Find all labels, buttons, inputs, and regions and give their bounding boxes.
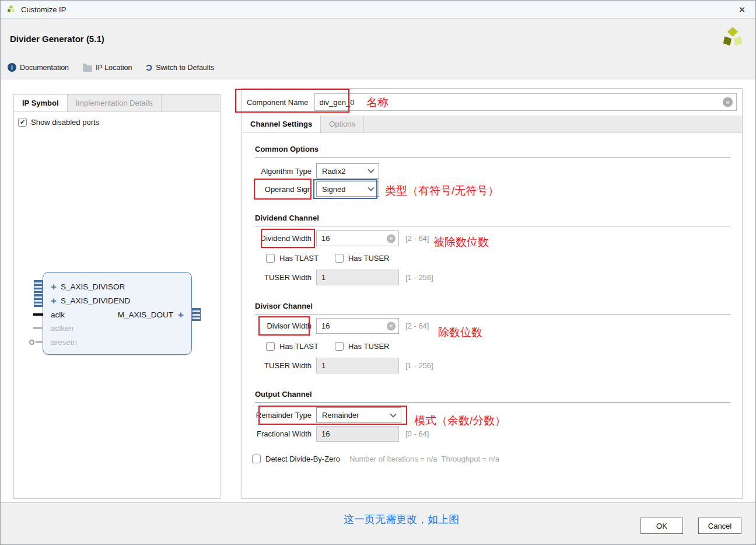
detect-divide-by-zero-label: Detect Divide-By-Zero bbox=[265, 455, 340, 463]
plus-icon[interactable]: + bbox=[51, 296, 57, 306]
settings-tab-bar: Channel Settings Options bbox=[242, 116, 742, 133]
customize-ip-dialog: Customize IP ✕ Divider Generator (5.1) i… bbox=[0, 0, 756, 545]
clear-icon[interactable]: ✕ bbox=[387, 234, 396, 243]
iterations-info: Number of Iterations = n/a Throughput = … bbox=[349, 455, 499, 463]
port-label: M_AXIS_DOUT bbox=[118, 310, 173, 319]
remainder-type-value: Remainder bbox=[322, 411, 359, 420]
dividend-has-tlast-checkbox[interactable] bbox=[266, 254, 275, 263]
dividend-tuser-width-input bbox=[316, 270, 399, 285]
divisor-width-row: Divisor Width ✕ [2 - 64] bbox=[255, 318, 429, 334]
folder-icon bbox=[83, 65, 92, 72]
has-tlast-label: Has TLAST bbox=[279, 342, 318, 351]
dividend-width-range: [2 - 64] bbox=[405, 234, 429, 243]
dividend-has-tuser-checkbox[interactable] bbox=[335, 254, 344, 263]
port-label: aclk bbox=[51, 310, 65, 319]
documentation-label: Documentation bbox=[20, 64, 69, 72]
divisor-width-wrap: ✕ bbox=[316, 318, 399, 334]
divisor-width-range: [2 - 64] bbox=[405, 322, 429, 330]
port-label: aclken bbox=[51, 324, 74, 333]
operand-sign-select[interactable]: Signed bbox=[316, 181, 379, 197]
section-title-common-options: Common Options bbox=[255, 145, 730, 158]
has-tuser-label: Has TUSER bbox=[348, 342, 390, 351]
detect-divide-by-zero-row: Detect Divide-By-Zero Number of Iteratio… bbox=[252, 455, 499, 463]
has-tlast-label: Has TLAST bbox=[279, 254, 318, 263]
section-title-dividend-channel: Dividend Channel bbox=[255, 214, 730, 226]
ip-location-button[interactable]: IP Location bbox=[83, 64, 132, 72]
divisor-has-tuser-checkbox[interactable] bbox=[335, 342, 344, 351]
channel-settings-form: Common Options Algorithm Type Radix2 Ope… bbox=[242, 133, 742, 499]
dividend-flags-row: Has TLAST Has TUSER bbox=[266, 254, 390, 263]
section-title-divisor-channel: Divisor Channel bbox=[255, 302, 730, 315]
tab-channel-settings[interactable]: Channel Settings bbox=[242, 116, 321, 132]
divisor-tuser-width-input bbox=[316, 358, 399, 373]
tuser-width-range: [1 - 256] bbox=[405, 273, 433, 282]
port-label: aresetn bbox=[51, 338, 77, 347]
algorithm-type-label: Algorithm Type bbox=[255, 167, 312, 176]
ip-symbol-body: ✔ Show disabled ports + S_AXIS_DIVISOR +… bbox=[14, 112, 220, 498]
component-name-wrap: ✕ bbox=[314, 93, 737, 111]
port-row: aclk M_AXIS_DOUT + bbox=[43, 308, 191, 322]
fractional-width-range: [0 - 64] bbox=[405, 429, 429, 438]
tab-ip-symbol[interactable]: IP Symbol bbox=[14, 95, 68, 111]
wire-stub-icon bbox=[36, 341, 43, 343]
chevron-down-icon bbox=[390, 411, 396, 417]
plus-icon[interactable]: + bbox=[51, 282, 57, 292]
bus-port-icon bbox=[192, 308, 201, 321]
tuser-width-label: TUSER Width bbox=[255, 273, 312, 282]
xilinx-logo bbox=[720, 26, 745, 50]
component-name-input[interactable] bbox=[314, 93, 737, 111]
tab-options[interactable]: Options bbox=[321, 116, 364, 132]
remainder-type-select[interactable]: Remainder bbox=[316, 407, 401, 423]
tab-implementation-details[interactable]: Implementation Details bbox=[68, 95, 162, 111]
ok-button[interactable]: OK bbox=[640, 518, 683, 534]
info-icon: i bbox=[8, 63, 16, 72]
divisor-has-tlast-checkbox[interactable] bbox=[266, 342, 275, 351]
port-row: + S_AXIS_DIVISOR bbox=[43, 280, 191, 294]
bus-port-icon bbox=[34, 294, 43, 307]
documentation-button[interactable]: i Documentation bbox=[8, 63, 69, 72]
clear-icon[interactable]: ✕ bbox=[723, 97, 733, 107]
title-bar: Customize IP ✕ bbox=[1, 1, 755, 19]
dialog-footer: 这一页无需更改，如上图 OK Cancel bbox=[1, 502, 755, 545]
fractional-width-row: Fractional Width [0 - 64] bbox=[255, 426, 429, 442]
switch-to-defaults-label: Switch to Defaults bbox=[156, 64, 214, 72]
tuser-width-label: TUSER Width bbox=[255, 361, 312, 370]
component-name-label: Component Name bbox=[247, 98, 309, 107]
switch-to-defaults-button[interactable]: C Switch to Defaults bbox=[146, 63, 214, 72]
port-label: S_AXIS_DIVIDEND bbox=[61, 296, 130, 305]
plus-icon[interactable]: + bbox=[178, 310, 184, 320]
wire-stub-icon bbox=[33, 313, 43, 316]
has-tuser-label: Has TUSER bbox=[348, 254, 390, 263]
fractional-width-input bbox=[316, 426, 399, 442]
divisor-has-tlast: Has TLAST bbox=[266, 342, 318, 351]
algorithm-type-select[interactable]: Radix2 bbox=[316, 163, 379, 179]
dividend-tuser-width-row: TUSER Width [1 - 256] bbox=[255, 270, 433, 285]
divisor-flags-row: Has TLAST Has TUSER bbox=[266, 342, 390, 351]
dividend-has-tuser: Has TUSER bbox=[335, 254, 390, 263]
xilinx-logo-icon bbox=[6, 5, 16, 14]
remainder-type-label: Remainder Type bbox=[255, 411, 312, 420]
cancel-button[interactable]: Cancel bbox=[698, 518, 741, 534]
ip-location-label: IP Location bbox=[96, 64, 132, 72]
show-disabled-ports-checkbox[interactable]: ✔ bbox=[18, 118, 27, 127]
ip-symbol-panel: IP Symbol Implementation Details ✔ Show … bbox=[13, 94, 220, 499]
clear-icon[interactable]: ✕ bbox=[387, 322, 396, 330]
port-row: aresetn bbox=[43, 336, 191, 349]
port-row: aclken bbox=[43, 322, 191, 335]
footer-note: 这一页无需更改，如上图 bbox=[344, 512, 459, 526]
bus-port-icon bbox=[34, 280, 43, 293]
window-title: Customize IP bbox=[21, 5, 66, 14]
algorithm-type-value: Radix2 bbox=[322, 167, 345, 176]
dividend-width-row: Dividend Width ✕ [2 - 64] bbox=[255, 230, 429, 246]
show-disabled-ports-row: ✔ Show disabled ports bbox=[14, 112, 220, 132]
algorithm-type-row: Algorithm Type Radix2 bbox=[255, 163, 379, 179]
dialog-content: IP Symbol Implementation Details ✔ Show … bbox=[1, 79, 755, 502]
close-icon[interactable]: ✕ bbox=[736, 4, 748, 16]
divisor-has-tuser: Has TUSER bbox=[335, 342, 390, 351]
chevron-down-icon bbox=[368, 166, 374, 173]
port-row: + S_AXIS_DIVIDEND bbox=[43, 294, 191, 308]
component-name-row: Component Name ✕ bbox=[242, 89, 742, 116]
detect-divide-by-zero-checkbox[interactable] bbox=[252, 455, 261, 463]
operand-sign-label: Operand Sign bbox=[255, 185, 312, 194]
divisor-width-label: Divisor Width bbox=[255, 322, 312, 330]
